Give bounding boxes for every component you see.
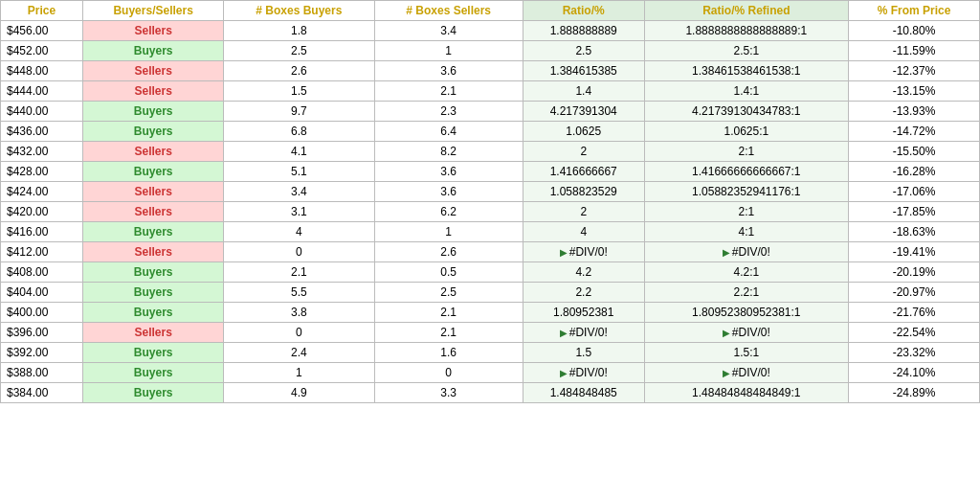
table-row: $388.00Buyers10▶#DIV/0!▶#DIV/0!-24.10% [1,363,980,383]
price-cell: $392.00 [1,343,83,363]
ratio-cell: 1.416666667 [523,162,644,182]
buyers-sellers-cell: Sellers [83,142,224,162]
boxes-buyers-header: # Boxes Buyers [224,1,374,21]
price-cell: $424.00 [1,182,83,202]
boxes-sellers-cell: 1.6 [374,343,523,363]
table-row: $384.00Buyers4.93.31.4848484851.48484848… [1,383,980,403]
boxes-sellers-cell: 1 [374,222,523,242]
boxes-buyers-cell: 3.1 [224,202,374,222]
table-row: $428.00Buyers5.13.61.4166666671.41666666… [1,162,980,182]
boxes-buyers-cell: 5.5 [224,283,374,303]
from-price-cell: -10.80% [849,21,980,41]
ratio-refined-cell: 1.05882352941176:1 [644,182,848,202]
boxes-buyers-cell: 4.1 [224,142,374,162]
buyers-sellers-cell: Buyers [83,283,224,303]
from-price-cell: -12.37% [849,61,980,81]
table-row: $436.00Buyers6.86.41.06251.0625:1-14.72% [1,122,980,142]
from-price-cell: -15.50% [849,142,980,162]
boxes-buyers-cell: 1.8 [224,21,374,41]
ratio-refined-cell: 2.2:1 [644,283,848,303]
price-cell: $404.00 [1,283,83,303]
boxes-buyers-cell: 2.1 [224,262,374,283]
from-price-cell: -20.97% [849,283,980,303]
price-cell: $388.00 [1,363,83,383]
ratio-cell: 4 [523,222,644,242]
ratio-cell: 1.888888889 [523,21,644,41]
table-row: $452.00Buyers2.512.52.5:1-11.59% [1,41,980,61]
ratio-refined-cell: 4.2:1 [644,262,848,283]
ratio-cell: 2.2 [523,283,644,303]
flag-icon: ▶ [723,368,730,378]
boxes-buyers-cell: 2.5 [224,41,374,61]
boxes-sellers-cell: 8.2 [374,142,523,162]
boxes-sellers-cell: 3.4 [374,21,523,41]
buyers-sellers-cell: Sellers [83,61,224,81]
ratio-refined-cell: ▶#DIV/0! [644,242,848,262]
buyers-sellers-cell: Buyers [83,122,224,142]
boxes-buyers-cell: 0 [224,323,374,343]
from-price-header: % From Price [849,1,980,21]
table-row: $416.00Buyers4144:1-18.63% [1,222,980,242]
boxes-buyers-cell: 0 [224,242,374,262]
ratio-cell: 4.217391304 [523,102,644,122]
price-cell: $452.00 [1,41,83,61]
ratio-refined-cell: 1.5:1 [644,343,848,363]
buyers-sellers-cell: Sellers [83,323,224,343]
price-cell: $448.00 [1,61,83,81]
ratio-refined-cell: 4.21739130434783:1 [644,102,848,122]
buyers-sellers-cell: Buyers [83,222,224,242]
boxes-sellers-cell: 2.6 [374,242,523,262]
from-price-cell: -20.19% [849,262,980,283]
boxes-sellers-cell: 2.1 [374,81,523,102]
ratio-refined-cell: 1.0625:1 [644,122,848,142]
table-row: $440.00Buyers9.72.34.2173913044.21739130… [1,102,980,122]
table-row: $408.00Buyers2.10.54.24.2:1-20.19% [1,262,980,283]
boxes-buyers-cell: 2.6 [224,61,374,81]
ratio-refined-cell: 1.48484848484849:1 [644,383,848,403]
ratio-refined-cell: 1.4:1 [644,81,848,102]
price-cell: $412.00 [1,242,83,262]
buyers-sellers-cell: Buyers [83,102,224,122]
from-price-cell: -22.54% [849,323,980,343]
from-price-cell: -24.10% [849,363,980,383]
main-table: Price Buyers/Sellers # Boxes Buyers # Bo… [0,0,980,403]
boxes-sellers-cell: 0.5 [374,262,523,283]
from-price-cell: -24.89% [849,383,980,403]
ratio-cell: 4.2 [523,262,644,283]
boxes-buyers-cell: 3.4 [224,182,374,202]
from-price-cell: -13.15% [849,81,980,102]
flag-icon: ▶ [560,247,568,258]
flag-icon: ▶ [723,328,730,338]
ratio-refined-cell: 4:1 [644,222,848,242]
ratio-refined-cell: ▶#DIV/0! [644,323,848,343]
table-row: $392.00Buyers2.41.61.51.5:1-23.32% [1,343,980,363]
ratio-cell: 1.0625 [523,122,644,142]
buyers-sellers-cell: Buyers [83,363,224,383]
boxes-sellers-cell: 3.6 [374,182,523,202]
boxes-sellers-cell: 3.6 [374,162,523,182]
price-cell: $440.00 [1,102,83,122]
from-price-cell: -16.28% [849,162,980,182]
boxes-sellers-cell: 6.2 [374,202,523,222]
from-price-cell: -14.72% [849,122,980,142]
boxes-buyers-cell: 6.8 [224,122,374,142]
from-price-cell: -17.85% [849,202,980,222]
table-row: $396.00Sellers02.1▶#DIV/0!▶#DIV/0!-22.54… [1,323,980,343]
boxes-sellers-cell: 2.1 [374,323,523,343]
buyers-sellers-cell: Buyers [83,343,224,363]
table-row: $420.00Sellers3.16.222:1-17.85% [1,202,980,222]
price-header: Price [1,1,83,21]
price-cell: $396.00 [1,323,83,343]
flag-icon: ▶ [560,328,568,338]
boxes-buyers-cell: 3.8 [224,303,374,323]
boxes-sellers-cell: 6.4 [374,122,523,142]
from-price-cell: -23.32% [849,343,980,363]
ratio-header: Ratio/% [523,1,644,21]
boxes-buyers-cell: 2.4 [224,343,374,363]
boxes-buyers-cell: 1.5 [224,81,374,102]
price-cell: $444.00 [1,81,83,102]
price-cell: $384.00 [1,383,83,403]
from-price-cell: -17.06% [849,182,980,202]
boxes-sellers-cell: 3.3 [374,383,523,403]
ratio-refined-cell: 1.41666666666667:1 [644,162,848,182]
